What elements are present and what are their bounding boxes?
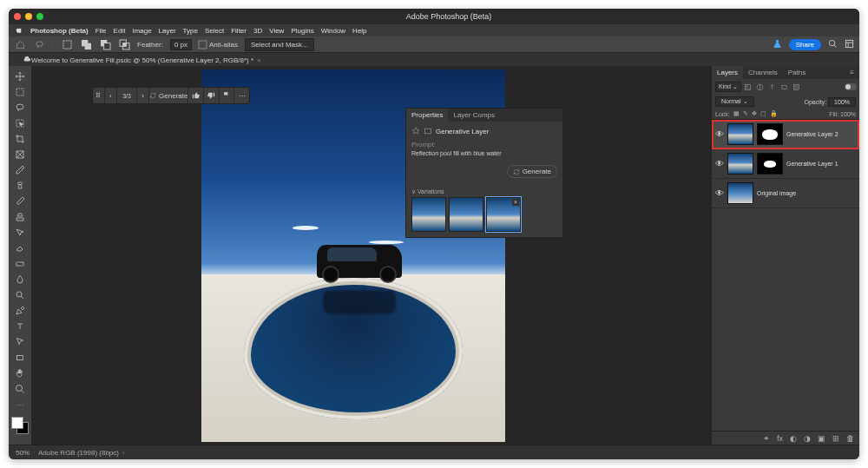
filter-smart-icon[interactable]: [792, 82, 802, 92]
filter-type-icon[interactable]: [767, 82, 778, 92]
eyedropper-tool[interactable]: [11, 163, 29, 177]
search-icon[interactable]: [828, 39, 838, 50]
layer-name[interactable]: Generative Layer 1: [786, 161, 838, 167]
fill-input[interactable]: 100%: [840, 111, 856, 117]
properties-generate-button[interactable]: Generate: [507, 165, 557, 178]
blur-tool[interactable]: [11, 273, 29, 287]
layer-filter-kind[interactable]: Kind ⌄: [715, 82, 741, 92]
thumbs-down-icon[interactable]: [204, 88, 220, 103]
selection-add-icon[interactable]: [80, 38, 92, 50]
close-window-button[interactable]: [14, 13, 21, 20]
blend-mode-select[interactable]: Normal ⌄: [715, 96, 754, 107]
anti-alias-checkbox[interactable]: Anti-alias: [199, 41, 238, 49]
view-menu[interactable]: View: [269, 27, 284, 35]
generate-button[interactable]: Generate: [149, 88, 188, 103]
workspace-switcher-icon[interactable]: [845, 39, 854, 50]
type-menu[interactable]: Type: [183, 27, 198, 35]
tab-properties[interactable]: Properties: [406, 109, 448, 122]
next-variation-button[interactable]: ›: [137, 88, 149, 103]
lasso-tool[interactable]: [11, 101, 29, 115]
layer-name[interactable]: Generative Layer 2: [786, 131, 838, 137]
layer-row[interactable]: 👁 Original image: [712, 179, 859, 208]
layer-name[interactable]: Original image: [757, 190, 796, 196]
gradient-tool[interactable]: [11, 257, 29, 271]
clone-stamp-tool[interactable]: [11, 210, 29, 224]
marquee-tool[interactable]: [11, 85, 29, 99]
lock-transparency-icon[interactable]: ▦: [733, 110, 740, 117]
filter-pixel-icon[interactable]: [743, 82, 753, 92]
brush-tool[interactable]: [11, 194, 29, 208]
variation-thumb-3[interactable]: ×: [486, 197, 521, 232]
filter-toggle-icon[interactable]: [845, 82, 856, 92]
flag-icon[interactable]: [220, 88, 235, 103]
plugins-menu[interactable]: Plugins: [291, 27, 313, 35]
delete-variation-icon[interactable]: ×: [512, 199, 519, 206]
link-layers-icon[interactable]: ⚭: [763, 434, 770, 443]
help-menu[interactable]: Help: [352, 27, 366, 35]
window-menu[interactable]: Window: [321, 27, 345, 35]
layer-row[interactable]: 👁 Generative Layer 2: [712, 120, 859, 149]
object-selection-tool[interactable]: [11, 116, 29, 130]
layer-mask-thumbnail[interactable]: [757, 153, 783, 175]
lock-position-icon[interactable]: ✥: [752, 110, 757, 117]
crop-tool[interactable]: [11, 132, 29, 146]
edit-menu[interactable]: Edit: [114, 27, 126, 35]
zoom-window-button[interactable]: [36, 13, 43, 20]
lock-all-icon[interactable]: 🔒: [770, 110, 778, 117]
layer-fx-icon[interactable]: fx: [777, 434, 783, 443]
apple-menu[interactable]: [16, 26, 23, 36]
tab-layer-comps[interactable]: Layer Comps: [448, 109, 500, 122]
selection-intersect-icon[interactable]: [118, 38, 130, 50]
add-mask-icon[interactable]: ◐: [790, 434, 797, 443]
3d-menu[interactable]: 3D: [253, 27, 262, 35]
zoom-level[interactable]: 50%: [16, 449, 30, 457]
prev-variation-button[interactable]: ‹: [105, 88, 117, 103]
select-menu[interactable]: Select: [205, 27, 224, 35]
layer-row[interactable]: 👁 Generative Layer 1: [712, 149, 859, 179]
tab-layers[interactable]: Layers: [712, 66, 743, 79]
layer-thumbnail[interactable]: [727, 123, 753, 145]
document-tab[interactable]: Welcome to Generative Fill.psdc @ 50% (G…: [31, 56, 261, 64]
status-disclosure-icon[interactable]: ›: [122, 449, 125, 457]
opacity-input[interactable]: 100%: [828, 97, 856, 107]
selection-new-icon[interactable]: [61, 38, 73, 50]
layer-menu[interactable]: Layer: [159, 27, 176, 35]
thumbs-up-icon[interactable]: [188, 88, 204, 103]
tab-channels[interactable]: Channels: [743, 66, 783, 79]
pen-tool[interactable]: [11, 304, 29, 318]
filter-adjustment-icon[interactable]: [755, 82, 766, 92]
visibility-toggle-icon[interactable]: 👁: [715, 188, 724, 198]
home-icon[interactable]: [14, 38, 26, 50]
share-button[interactable]: Share: [789, 39, 821, 50]
more-options-icon[interactable]: ⋯: [234, 88, 249, 103]
path-selection-tool[interactable]: [11, 335, 29, 349]
image-menu[interactable]: Image: [132, 27, 151, 35]
rectangle-tool[interactable]: [11, 351, 29, 365]
layer-thumbnail[interactable]: [727, 153, 753, 175]
visibility-toggle-icon[interactable]: 👁: [715, 159, 724, 168]
filter-menu[interactable]: Filter: [231, 27, 247, 35]
lock-artboard-icon[interactable]: ▢: [760, 110, 766, 117]
new-adjustment-layer-icon[interactable]: ◑: [804, 434, 811, 443]
drag-handle-icon[interactable]: ⠿: [93, 88, 105, 103]
healing-brush-tool[interactable]: [11, 179, 29, 193]
filter-shape-icon[interactable]: [779, 82, 790, 92]
delete-layer-icon[interactable]: 🗑: [846, 434, 854, 443]
minimize-window-button[interactable]: [25, 13, 32, 20]
edit-toolbar-icon[interactable]: ⋯: [11, 398, 29, 412]
color-swatches[interactable]: [11, 417, 29, 434]
selection-subtract-icon[interactable]: [99, 38, 111, 50]
layer-thumbnail[interactable]: [727, 182, 753, 204]
layer-mask-thumbnail[interactable]: [757, 123, 783, 145]
tab-paths[interactable]: Paths: [783, 66, 811, 79]
new-layer-icon[interactable]: ⊞: [832, 434, 839, 443]
type-tool[interactable]: [11, 320, 29, 333]
file-menu[interactable]: File: [95, 27, 107, 35]
panel-menu-icon[interactable]: ≡: [845, 66, 859, 79]
lasso-tool-icon[interactable]: [33, 38, 45, 50]
variation-thumb-1[interactable]: [411, 197, 446, 232]
dodge-tool[interactable]: [11, 288, 29, 302]
new-group-icon[interactable]: ▣: [818, 434, 825, 443]
lock-pixels-icon[interactable]: ✎: [743, 110, 748, 117]
zoom-tool[interactable]: [11, 382, 29, 396]
